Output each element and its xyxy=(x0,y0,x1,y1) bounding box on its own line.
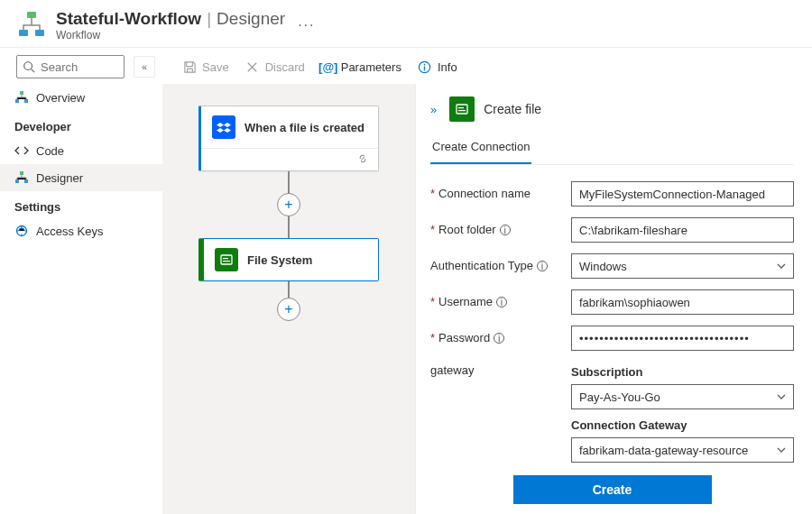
info-icon[interactable]: i xyxy=(537,261,548,271)
svg-rect-17 xyxy=(223,261,230,262)
info-label: Info xyxy=(438,60,457,74)
sidebar-item-designer[interactable]: Designer xyxy=(0,164,162,191)
create-button[interactable]: Create xyxy=(513,475,712,504)
workflow-node-filesystem[interactable]: File System xyxy=(198,238,379,281)
discard-label: Discard xyxy=(265,60,305,74)
auth-type-select[interactable]: Windows xyxy=(571,253,794,279)
parameters-icon: [@] xyxy=(321,60,336,74)
collapse-panel-button[interactable]: » xyxy=(430,103,437,116)
sidebar-section-developer: Developer xyxy=(0,111,162,137)
title-separator: | xyxy=(207,9,211,29)
panel-tabs: Create Connection xyxy=(430,134,794,165)
username-label: Username xyxy=(438,295,493,310)
connection-name-label: Connection name xyxy=(438,187,531,202)
code-icon xyxy=(14,143,29,158)
auth-type-value: Windows xyxy=(579,260,627,273)
link-icon xyxy=(356,152,369,165)
node-label: File System xyxy=(247,253,312,267)
auth-type-label: Authentication Type xyxy=(430,259,533,274)
info-icon[interactable]: i xyxy=(500,225,511,235)
workflow-logo-icon xyxy=(16,10,47,41)
svg-rect-16 xyxy=(223,258,228,259)
add-step-button[interactable]: + xyxy=(277,193,300,216)
username-input[interactable] xyxy=(571,289,794,315)
sidebar-item-access-keys[interactable]: Access Keys xyxy=(0,217,162,244)
save-label: Save xyxy=(202,60,229,74)
page-title: Stateful-Workflow xyxy=(56,9,201,29)
svg-rect-7 xyxy=(424,66,425,70)
svg-rect-12 xyxy=(15,179,19,183)
workflow-node-trigger[interactable]: When a file is created xyxy=(198,106,379,171)
sidebar-item-label: Access Keys xyxy=(36,225,103,238)
discard-icon xyxy=(245,60,260,74)
filesystem-icon xyxy=(215,248,238,271)
sidebar-section-settings: Settings xyxy=(0,191,162,217)
sidebar-item-label: Overview xyxy=(36,91,85,105)
svg-rect-13 xyxy=(24,179,28,183)
filesystem-icon xyxy=(449,96,475,122)
connection-gateway-value: fabrikam-data-gateway-resource xyxy=(579,444,748,457)
info-icon xyxy=(418,60,432,74)
connection-gateway-label: Connection Gateway xyxy=(571,418,794,432)
access-keys-icon xyxy=(14,224,29,238)
overview-icon xyxy=(14,90,29,105)
parameters-button[interactable]: [@] Parameters xyxy=(321,60,401,74)
connection-gateway-select[interactable]: fabrikam-data-gateway-resource xyxy=(571,437,794,463)
save-icon xyxy=(182,60,197,74)
password-input[interactable] xyxy=(571,326,794,351)
chevron-down-icon xyxy=(777,392,786,401)
discard-button[interactable]: Discard xyxy=(245,60,305,74)
subscription-label: Subscription xyxy=(571,365,794,379)
add-step-button[interactable]: + xyxy=(277,298,300,321)
svg-point-3 xyxy=(24,62,32,70)
search-input[interactable] xyxy=(41,60,113,74)
chevron-down-icon xyxy=(777,445,786,454)
designer-canvas[interactable]: When a file is created + File System + xyxy=(162,84,415,514)
connector-line xyxy=(288,281,290,298)
sidebar-item-code[interactable]: Code xyxy=(0,137,162,164)
svg-point-6 xyxy=(424,63,426,65)
search-icon xyxy=(23,60,35,73)
svg-rect-19 xyxy=(458,107,464,108)
gateway-label: gateway xyxy=(430,363,474,379)
svg-rect-2 xyxy=(35,30,44,36)
more-actions-button[interactable]: ··· xyxy=(298,17,315,33)
svg-rect-0 xyxy=(27,12,36,18)
svg-line-4 xyxy=(32,69,35,73)
sidebar-item-label: Code xyxy=(36,144,64,158)
sidebar: Overview Developer Code Designer Setting… xyxy=(0,84,162,514)
subscription-value: Pay-As-You-Go xyxy=(579,390,660,404)
action-panel: » Create file Create Connection *Connect… xyxy=(415,84,812,514)
svg-rect-10 xyxy=(24,99,28,103)
svg-rect-9 xyxy=(15,99,19,103)
toolbar: « Save Discard [@] Parameters Info xyxy=(0,47,812,84)
connector-line xyxy=(288,216,290,238)
svg-rect-1 xyxy=(19,30,28,36)
designer-icon xyxy=(14,170,29,185)
connector-line xyxy=(288,171,290,193)
page-title-section: Designer xyxy=(217,9,285,29)
dropbox-icon xyxy=(212,115,235,139)
root-folder-label: Root folder xyxy=(438,223,496,238)
svg-rect-18 xyxy=(457,105,467,114)
svg-rect-15 xyxy=(221,255,232,264)
tab-create-connection[interactable]: Create Connection xyxy=(430,134,531,164)
info-icon[interactable]: i xyxy=(494,333,504,344)
sidebar-item-label: Designer xyxy=(36,171,83,185)
sidebar-item-overview[interactable]: Overview xyxy=(0,84,162,111)
collapse-sidebar-button[interactable]: « xyxy=(134,56,155,78)
page-header: Stateful-Workflow | Designer Workflow ··… xyxy=(0,0,812,47)
svg-rect-8 xyxy=(20,91,23,95)
password-label: Password xyxy=(438,331,490,346)
svg-rect-20 xyxy=(458,110,466,111)
save-button[interactable]: Save xyxy=(182,60,229,74)
search-box[interactable] xyxy=(16,55,125,78)
page-subtitle: Workflow xyxy=(56,29,285,41)
root-folder-input[interactable] xyxy=(571,217,794,243)
connection-name-input[interactable] xyxy=(571,181,794,207)
info-icon[interactable]: i xyxy=(496,297,507,307)
parameters-label: Parameters xyxy=(341,60,401,74)
svg-rect-11 xyxy=(20,171,23,175)
subscription-select[interactable]: Pay-As-You-Go xyxy=(571,384,794,409)
info-button[interactable]: Info xyxy=(418,60,457,74)
